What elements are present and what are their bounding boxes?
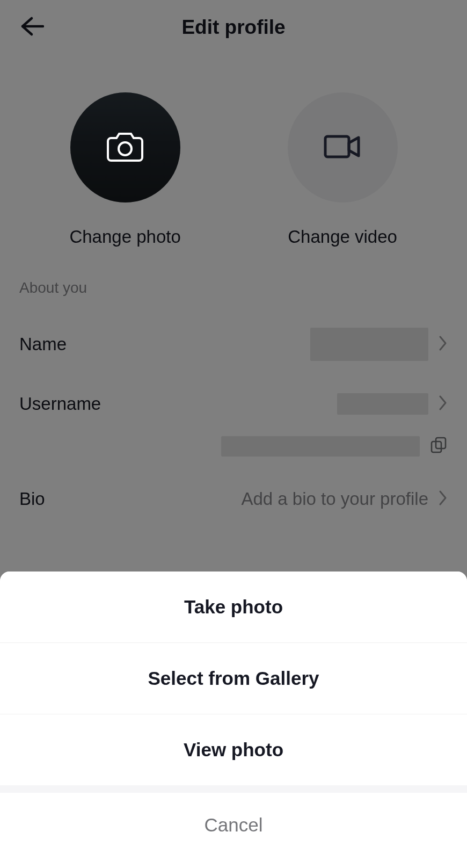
sheet-separator bbox=[0, 785, 467, 793]
svg-rect-1 bbox=[325, 136, 349, 157]
take-photo-option[interactable]: Take photo bbox=[0, 572, 467, 643]
view-photo-option[interactable]: View photo bbox=[0, 714, 467, 785]
camera-icon bbox=[106, 131, 144, 165]
video-camera-icon bbox=[323, 133, 362, 162]
cancel-button[interactable]: Cancel bbox=[0, 793, 467, 868]
select-from-gallery-option[interactable]: Select from Gallery bbox=[0, 643, 467, 714]
svg-point-0 bbox=[119, 142, 132, 155]
photo-action-sheet: Take photo Select from Gallery View phot… bbox=[0, 572, 467, 868]
